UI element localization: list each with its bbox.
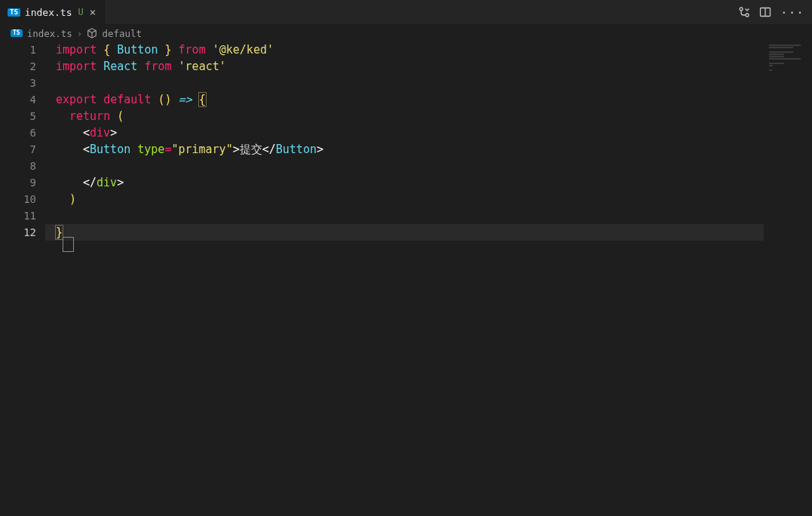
line-number: 2: [0, 58, 45, 75]
split-editor-icon[interactable]: [759, 6, 771, 18]
code-area[interactable]: import { Button } from '@ke/ked' import …: [45, 41, 764, 241]
code-line[interactable]: </div>: [45, 174, 764, 191]
ts-file-icon: TS: [8, 8, 20, 17]
line-number: 9: [0, 174, 45, 191]
tab-close-icon[interactable]: ×: [88, 7, 97, 17]
line-number: 11: [0, 207, 45, 224]
editor[interactable]: 1 2 3 4 5 6 7 8 9 10 11 12 import { Butt…: [0, 41, 812, 516]
more-actions-icon[interactable]: ···: [780, 5, 804, 20]
minimap[interactable]: [765, 41, 812, 516]
line-number: 4: [0, 91, 45, 108]
line-number: 3: [0, 75, 45, 91]
code-line[interactable]: <div>: [45, 124, 764, 141]
svg-point-0: [740, 8, 743, 11]
code-line[interactable]: import { Button } from '@ke/ked': [45, 41, 764, 58]
line-number: 1: [0, 41, 45, 58]
line-number: 6: [0, 124, 45, 141]
compare-changes-icon[interactable]: [738, 6, 750, 18]
line-number: 8: [0, 158, 45, 174]
breadcrumb-file[interactable]: index.ts: [27, 28, 72, 39]
tab-index-ts[interactable]: TS index.ts U ×: [0, 0, 106, 24]
line-number: 12: [0, 224, 45, 241]
svg-point-1: [746, 14, 749, 17]
code-line[interactable]: return (: [45, 108, 764, 124]
breadcrumb-separator: ›: [77, 28, 83, 39]
code-line[interactable]: ): [45, 191, 764, 207]
tab-bar: TS index.ts U × ···: [0, 0, 812, 25]
code-line[interactable]: [45, 75, 764, 91]
code-line[interactable]: export default () => {: [45, 91, 764, 108]
code-line[interactable]: }: [45, 224, 764, 241]
tab-actions: ···: [731, 0, 812, 24]
code-line[interactable]: [45, 207, 764, 224]
line-number: 7: [0, 141, 45, 158]
line-number: 5: [0, 108, 45, 124]
tab-git-status: U: [78, 7, 83, 17]
breadcrumb[interactable]: TS index.ts › default: [0, 25, 812, 41]
line-gutter: 1 2 3 4 5 6 7 8 9 10 11 12: [0, 41, 45, 516]
code-line[interactable]: import React from 'react': [45, 58, 764, 75]
code-line[interactable]: [45, 158, 764, 174]
ts-file-icon: TS: [11, 29, 23, 37]
line-number: 10: [0, 191, 45, 207]
tab-bar-spacer: [106, 0, 731, 24]
tab-filename: index.ts: [25, 7, 72, 18]
symbol-module-icon: [87, 28, 97, 38]
breadcrumb-symbol[interactable]: default: [102, 28, 142, 39]
code-line[interactable]: <Button type="primary">提交</Button>: [45, 141, 764, 158]
